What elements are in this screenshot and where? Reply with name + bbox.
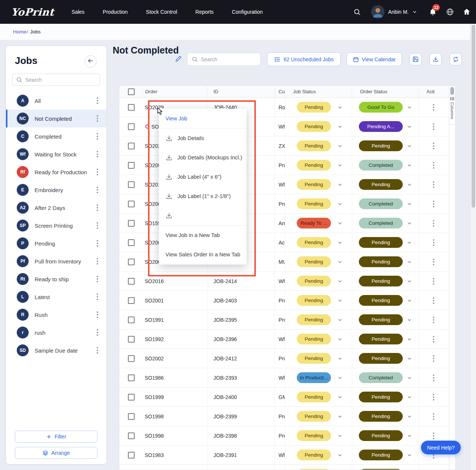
home-icon[interactable] bbox=[463, 8, 471, 16]
chevron-down-icon[interactable] bbox=[338, 337, 342, 341]
sidebar-item-screen-printing[interactable]: SPScreen Printing bbox=[6, 217, 106, 234]
chevron-down-icon[interactable] bbox=[412, 10, 417, 14]
chevron-down-icon[interactable] bbox=[338, 453, 342, 457]
filter-menu-icon[interactable] bbox=[93, 292, 102, 302]
filter-menu-icon[interactable] bbox=[93, 149, 102, 159]
page-scrollbar[interactable] bbox=[470, 24, 476, 470]
need-help-button[interactable]: Need Help? bbox=[421, 441, 461, 454]
sidebar-item-rush[interactable]: RRush bbox=[6, 306, 106, 324]
job-status-pill[interactable]: Pending bbox=[297, 121, 331, 132]
filter-button[interactable]: Filter bbox=[15, 431, 97, 443]
chevron-down-icon[interactable] bbox=[407, 298, 412, 303]
job-status-pill[interactable]: Pending bbox=[297, 334, 331, 344]
order-status-pill[interactable]: Pending bbox=[359, 237, 403, 248]
breadcrumb-home-link[interactable]: Home bbox=[13, 29, 26, 35]
filter-menu-icon[interactable] bbox=[93, 131, 102, 142]
view-calendar-button[interactable]: View Calendar bbox=[347, 52, 402, 66]
order-status-pill[interactable]: Pending bbox=[359, 334, 403, 344]
chevron-down-icon[interactable] bbox=[407, 414, 412, 419]
menu-item-view-job[interactable]: View Job bbox=[159, 109, 247, 128]
order-status-pill[interactable]: Pending bbox=[359, 430, 403, 441]
chevron-down-icon[interactable] bbox=[338, 376, 342, 380]
menu-item-job-label-4-x-6[interactable]: Job Label (4" x 6") bbox=[159, 167, 247, 187]
user-avatar[interactable] bbox=[371, 5, 385, 19]
chevron-down-icon[interactable] bbox=[407, 182, 412, 187]
chevron-down-icon[interactable] bbox=[338, 318, 342, 322]
column-header-order[interactable]: Order bbox=[142, 86, 207, 97]
row-checkbox[interactable] bbox=[128, 336, 135, 343]
row-actions-icon[interactable] bbox=[429, 237, 438, 248]
unscheduled-jobs-button[interactable]: 62 Unscheduled Jobs bbox=[267, 52, 341, 66]
menu-item-job-label-1-x-2-1-8[interactable]: Job Label (1" x 2-1/8") bbox=[159, 187, 247, 206]
nav-item-production[interactable]: Production bbox=[103, 9, 128, 15]
column-header-customer[interactable]: Cu bbox=[274, 86, 285, 97]
save-view-button[interactable] bbox=[409, 53, 422, 65]
column-header-order-status[interactable]: Order Status bbox=[352, 86, 419, 97]
row-actions-icon[interactable] bbox=[429, 334, 438, 344]
order-status-pill[interactable]: Completed bbox=[359, 218, 403, 228]
sidebar-item-after-2-days[interactable]: A2After 2 Days bbox=[6, 199, 106, 217]
yoprint-logo[interactable]: YoPrint bbox=[11, 6, 54, 18]
job-status-pill[interactable]: Pending bbox=[297, 411, 331, 422]
chevron-down-icon[interactable] bbox=[407, 453, 412, 457]
page-scrollbar-thumb[interactable] bbox=[472, 25, 475, 208]
order-status-pill[interactable]: Pending bbox=[359, 314, 403, 325]
chevron-down-icon[interactable] bbox=[338, 434, 342, 438]
chevron-down-icon[interactable] bbox=[338, 124, 342, 129]
table-row[interactable]: SO1998JOB-2399ProPendingPending bbox=[119, 407, 449, 426]
chevron-down-icon[interactable] bbox=[407, 163, 412, 168]
chevron-down-icon[interactable] bbox=[407, 221, 412, 226]
sidebar-item-ready-to-ship[interactable]: RtReady to ship bbox=[6, 270, 106, 288]
row-checkbox[interactable] bbox=[128, 162, 135, 169]
menu-item-download[interactable] bbox=[159, 206, 247, 225]
chevron-down-icon[interactable] bbox=[407, 144, 412, 148]
select-all-checkbox[interactable] bbox=[128, 88, 135, 95]
export-button[interactable] bbox=[430, 53, 442, 65]
job-status-pill[interactable]: Ready To ... bbox=[297, 218, 331, 228]
order-status-pill[interactable]: Completed bbox=[359, 372, 403, 383]
row-actions-icon[interactable] bbox=[429, 373, 438, 383]
job-status-pill[interactable]: Pending bbox=[297, 198, 331, 209]
job-status-pill[interactable]: In Producti... bbox=[297, 372, 331, 383]
filter-menu-icon[interactable] bbox=[93, 274, 102, 284]
sidebar-item-pending[interactable]: PPending bbox=[6, 234, 106, 252]
row-actions-icon[interactable] bbox=[429, 102, 438, 113]
chevron-down-icon[interactable] bbox=[407, 434, 412, 438]
sidebar-item-ready-for-production[interactable]: RfReady for Production bbox=[6, 163, 106, 181]
chevron-down-icon[interactable] bbox=[338, 356, 342, 361]
filter-menu-icon[interactable] bbox=[93, 113, 102, 124]
table-row[interactable]: SO2016JOB-2414WhPendingPending bbox=[119, 272, 449, 291]
row-checkbox[interactable] bbox=[128, 355, 135, 362]
chevron-down-icon[interactable] bbox=[338, 163, 342, 168]
chevron-down-icon[interactable] bbox=[407, 260, 412, 264]
job-status-pill[interactable]: Pending bbox=[297, 140, 331, 151]
sidebar-item-sample-due-date[interactable]: SDSample Due date bbox=[6, 341, 106, 359]
chevron-down-icon[interactable] bbox=[407, 279, 412, 283]
menu-item-job-details-mockups-incl[interactable]: Job Details (Mockups Incl.) bbox=[159, 148, 247, 167]
row-checkbox[interactable] bbox=[128, 452, 135, 458]
filter-menu-icon[interactable] bbox=[93, 167, 102, 177]
notifications-button[interactable]: 12 bbox=[429, 8, 437, 16]
row-actions-icon[interactable] bbox=[429, 121, 438, 132]
job-status-pill[interactable]: Pending bbox=[297, 179, 331, 190]
chevron-down-icon[interactable] bbox=[407, 105, 412, 110]
job-status-pill[interactable]: Pending bbox=[297, 295, 331, 306]
chevron-down-icon[interactable] bbox=[407, 376, 412, 380]
column-header-job-status[interactable]: Job Status bbox=[285, 86, 352, 97]
order-status-pill[interactable]: Pending bbox=[359, 392, 403, 402]
chevron-down-icon[interactable] bbox=[407, 337, 412, 341]
nav-item-reports[interactable]: Reports bbox=[195, 9, 213, 15]
sidebar-item-waiting-for-stock[interactable]: WfWaiting for Stock bbox=[6, 145, 106, 163]
sidebar-collapse-button[interactable] bbox=[84, 55, 97, 68]
chevron-down-icon[interactable] bbox=[407, 318, 412, 322]
chevron-down-icon[interactable] bbox=[338, 395, 342, 399]
columns-panel-toggle[interactable]: Columns bbox=[449, 95, 456, 124]
chevron-down-icon[interactable] bbox=[338, 182, 342, 187]
order-status-pill[interactable]: Pending bbox=[359, 140, 403, 151]
row-checkbox[interactable] bbox=[128, 181, 135, 188]
chevron-down-icon[interactable] bbox=[338, 279, 342, 283]
job-status-pill[interactable]: Pending bbox=[297, 256, 331, 267]
table-row[interactable]: SO1986JOB-2393WhIn Producti...Completed bbox=[119, 368, 449, 388]
row-actions-icon[interactable] bbox=[429, 179, 438, 190]
row-checkbox[interactable] bbox=[128, 143, 135, 149]
